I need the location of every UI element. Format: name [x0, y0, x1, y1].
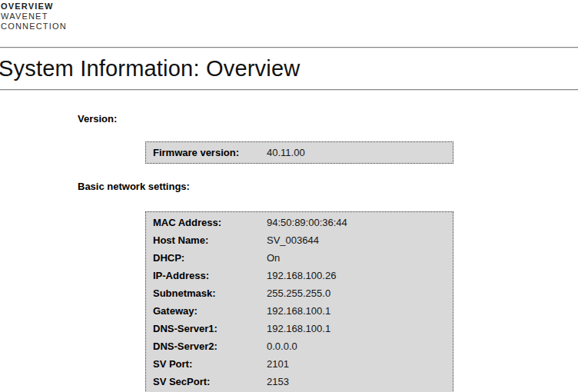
- table-row: IP-Address: 192.168.100.26: [146, 267, 453, 284]
- nav-item-overview[interactable]: OVERVIEW: [1, 2, 578, 12]
- row-label: Gateway:: [153, 302, 267, 320]
- row-label: DNS-Server2:: [153, 337, 267, 355]
- divider-top: [0, 47, 578, 48]
- row-label: DNS-Server1:: [153, 320, 267, 337]
- table-row: Firmware version: 40.11.00: [146, 144, 453, 161]
- row-label: Firmware version:: [153, 144, 267, 161]
- table-row: DNS-Server1: 192.168.100.1: [146, 320, 453, 337]
- row-value: 255.255.255.0: [267, 284, 331, 302]
- row-label: SV SecPort:: [153, 373, 267, 390]
- row-value: 0.0.0.0: [267, 337, 297, 355]
- table-row: SV SecPort: 2153: [146, 373, 453, 390]
- row-value: 94:50:89:00:36:44: [267, 214, 347, 231]
- row-value: 2153: [267, 373, 289, 390]
- nav-item-wavenet[interactable]: WAVENET: [1, 12, 578, 22]
- row-value: 40.11.00: [267, 144, 305, 161]
- main-content: Version: Firmware version: 40.11.00 Basi…: [0, 113, 578, 392]
- table-row: Gateway: 192.168.100.1: [146, 302, 453, 320]
- section-heading-network: Basic network settings:: [78, 181, 578, 193]
- row-value: 192.168.100.26: [267, 267, 336, 284]
- row-label: Host Name:: [153, 231, 267, 249]
- row-label: DHCP:: [153, 249, 267, 267]
- firmware-box: Firmware version: 40.11.00: [145, 141, 453, 164]
- network-box: MAC Address: 94:50:89:00:36:44 Host Name…: [145, 211, 453, 392]
- table-row: DNS-Server2: 0.0.0.0: [146, 337, 453, 355]
- row-value: On: [267, 249, 280, 267]
- top-nav: OVERVIEW WAVENET CONNECTION: [0, 0, 578, 32]
- table-row: MAC Address: 94:50:89:00:36:44: [146, 214, 453, 231]
- table-row: Host Name: SV_003644: [146, 231, 453, 249]
- row-value: 2101: [267, 355, 289, 373]
- row-label: IP-Address:: [153, 267, 267, 284]
- table-row: SV Port: 2101: [146, 355, 453, 373]
- nav-item-connection[interactable]: CONNECTION: [1, 22, 578, 32]
- row-value: SV_003644: [267, 231, 319, 249]
- row-label: SV Port:: [153, 355, 267, 373]
- row-label: MAC Address:: [153, 214, 267, 231]
- section-heading-version: Version:: [78, 113, 578, 125]
- table-row: DHCP: On: [146, 249, 453, 267]
- divider-title: [0, 89, 578, 91]
- row-label: Subnetmask:: [153, 284, 267, 302]
- page-title: System Information: Overview: [0, 55, 578, 81]
- row-value: 192.168.100.1: [267, 320, 331, 337]
- table-row: Subnetmask: 255.255.255.0: [146, 284, 453, 302]
- row-value: 192.168.100.1: [267, 302, 331, 320]
